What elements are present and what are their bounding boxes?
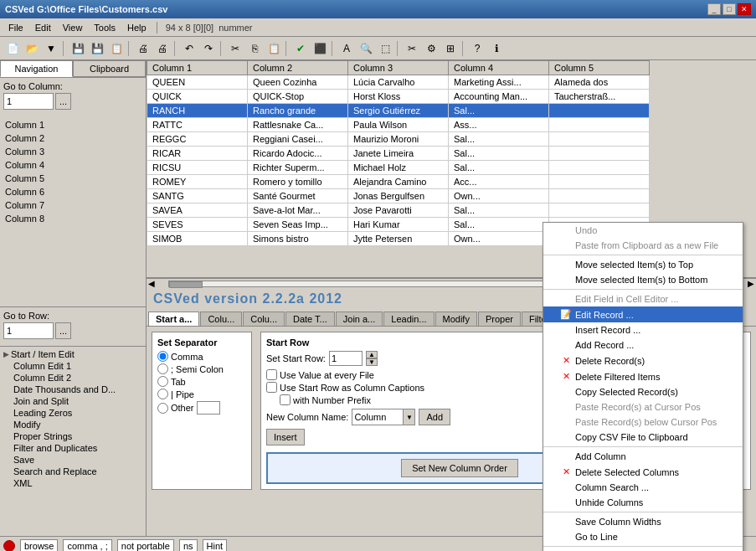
- insert-btn[interactable]: Insert: [266, 429, 305, 445]
- col-header-1[interactable]: Column 1: [147, 61, 248, 75]
- tree-item-start[interactable]: ▶ Start / Item Edit: [2, 348, 144, 360]
- ctx-copy-records[interactable]: Copy Selected Record(s): [543, 384, 743, 399]
- tb-cut2[interactable]: ✂: [403, 39, 421, 58]
- radio-tab-input[interactable]: [157, 376, 168, 387]
- add-btn[interactable]: Add: [419, 409, 450, 425]
- spin-down[interactable]: ▼: [366, 358, 378, 366]
- tab-proper[interactable]: Proper: [478, 312, 521, 326]
- col-header-4[interactable]: Column 4: [449, 61, 549, 75]
- column-list-item[interactable]: Column 1: [2, 118, 144, 131]
- radio-semicolon-input[interactable]: [157, 363, 168, 374]
- tb-info[interactable]: ℹ: [487, 39, 506, 58]
- goto-row-input[interactable]: [3, 322, 54, 339]
- radio-other-input[interactable]: [157, 403, 168, 414]
- minimize-button[interactable]: _: [707, 3, 721, 15]
- column-list-item[interactable]: Column 7: [2, 198, 144, 212]
- menu-tools[interactable]: Tools: [89, 21, 121, 34]
- column-list-item[interactable]: Column 4: [2, 158, 144, 172]
- close-button[interactable]: ✕: [738, 3, 751, 15]
- start-row-input[interactable]: [329, 351, 363, 366]
- menu-edit[interactable]: Edit: [30, 21, 56, 34]
- table-row[interactable]: RICSURichter Superm...Michael HolzSal...: [147, 161, 650, 175]
- tb-save2[interactable]: 💾: [88, 39, 106, 58]
- tb-save[interactable]: 💾: [69, 39, 87, 58]
- goto-column-btn[interactable]: ...: [55, 93, 71, 110]
- ctx-move-bottom[interactable]: Move selected Item(s) to Bottom: [543, 272, 743, 287]
- tb-paste[interactable]: 📋: [265, 39, 283, 58]
- goto-column-input[interactable]: [3, 93, 54, 110]
- ctx-add-record[interactable]: Add Record ...: [543, 337, 743, 353]
- radio-pipe-input[interactable]: [157, 389, 168, 399]
- table-row[interactable]: ROMEYRomero y tomilloAlejandra CaminoAcc…: [147, 175, 650, 189]
- column-list-item[interactable]: Column 2: [2, 131, 144, 145]
- ctx-delete-columns[interactable]: ✕ Delete Selected Columns: [543, 464, 743, 480]
- ctx-move-top[interactable]: Move selected Item(s) to Top: [543, 257, 743, 272]
- menu-file[interactable]: File: [3, 21, 28, 34]
- tab-start[interactable]: Start a...: [148, 312, 199, 326]
- col-header-2[interactable]: Column 2: [248, 61, 348, 75]
- goto-row-btn[interactable]: ...: [55, 322, 71, 339]
- tab-leading[interactable]: Leadin...: [383, 312, 434, 326]
- ctx-edit-field[interactable]: Edit Field in Cell Editor ...: [543, 291, 743, 306]
- tab-navigation[interactable]: Navigation: [0, 60, 73, 77]
- tree-item-col2[interactable]: Column Edit 2: [2, 372, 144, 384]
- spin-up[interactable]: ▲: [366, 351, 378, 358]
- tb-new[interactable]: 📄: [3, 39, 22, 58]
- ctx-copy-csv[interactable]: Copy CSV File to Clipboard: [543, 430, 743, 445]
- column-list-item[interactable]: Column 5: [2, 172, 144, 185]
- scroll-left-btn[interactable]: ◀: [147, 279, 157, 288]
- tb-print2[interactable]: 🖨: [153, 39, 172, 58]
- tb-font[interactable]: A: [337, 39, 356, 58]
- table-row[interactable]: RANCHRancho grandeSergio GutiérrezSal...: [147, 104, 650, 118]
- col-header-5[interactable]: Column 5: [549, 61, 650, 75]
- tab-join[interactable]: Join a...: [336, 312, 383, 326]
- tab-modify[interactable]: Modify: [435, 312, 477, 326]
- tb-check[interactable]: ✔: [291, 39, 310, 58]
- other-char-input[interactable]: [197, 401, 220, 415]
- ctx-goto-line[interactable]: Go to Line: [543, 529, 743, 544]
- column-list-item[interactable]: Column 6: [2, 185, 144, 198]
- ctx-delete-record[interactable]: ✕ Delete Record(s): [543, 353, 743, 368]
- check-every-file-input[interactable]: [266, 369, 277, 380]
- ctx-edit-record[interactable]: 📝 Edit Record ...: [543, 306, 743, 322]
- tb-grid[interactable]: ⊞: [441, 39, 460, 58]
- tab-col2[interactable]: Colu...: [243, 312, 285, 326]
- tb-redo[interactable]: ↷: [199, 39, 218, 58]
- ctx-paste-below[interactable]: Paste Record(s) below Cursor Pos: [543, 415, 743, 430]
- tb-dropdown[interactable]: ▼: [42, 39, 60, 58]
- scroll-thumb[interactable]: [169, 281, 203, 288]
- column-list-item[interactable]: Column 3: [2, 145, 144, 158]
- ctx-delete-filtered[interactable]: ✕ Delete Filtered Items: [543, 368, 743, 384]
- maximize-button[interactable]: □: [723, 3, 736, 15]
- table-row[interactable]: QUICKQUICK-StopHorst KlossAccounting Man…: [147, 90, 650, 104]
- tb-copy[interactable]: 📋: [107, 39, 126, 58]
- tb-open[interactable]: 📂: [23, 39, 41, 58]
- ctx-paste-clipboard[interactable]: Paste from Clipboard as a new File: [543, 238, 743, 253]
- check-captions-input[interactable]: [266, 382, 277, 393]
- col-name-dropdown[interactable]: ▼: [403, 409, 414, 425]
- tb-cut[interactable]: ✂: [226, 39, 244, 58]
- tree-item-save[interactable]: Save: [2, 454, 144, 466]
- tb-undo[interactable]: ↶: [180, 39, 198, 58]
- ctx-undo[interactable]: Undo: [543, 223, 743, 238]
- scroll-right-btn[interactable]: ▶: [746, 279, 756, 288]
- tb-stop[interactable]: ⬛: [311, 39, 329, 58]
- table-row[interactable]: RICARRicardo Adocic...Janete LimeiraSal.…: [147, 147, 650, 161]
- tb-search[interactable]: 🔍: [357, 39, 375, 58]
- tree-item-xml[interactable]: XML: [2, 477, 144, 489]
- tree-item-modify[interactable]: Modify: [2, 419, 144, 430]
- tb-settings[interactable]: ⚙: [422, 39, 440, 58]
- table-row[interactable]: RATTCRattlesnake Ca...Paula WilsonAss...: [147, 118, 650, 132]
- menu-help[interactable]: Help: [122, 21, 152, 34]
- col-header-3[interactable]: Column 3: [348, 61, 449, 75]
- set-order-btn[interactable]: Set New Column Order: [401, 459, 518, 477]
- tab-clipboard[interactable]: Clipboard: [73, 60, 146, 77]
- tb-copy2[interactable]: ⎘: [245, 39, 264, 58]
- tb-help[interactable]: ?: [468, 39, 486, 58]
- col-name-input[interactable]: [352, 409, 403, 425]
- table-row[interactable]: REGGCReggiani Casei...Maurizio MoroniSal…: [147, 132, 650, 147]
- ctx-paste-cursor[interactable]: Paste Record(s) at Cursor Pos: [543, 399, 743, 415]
- table-row[interactable]: SAVEASave-a-lot Mar...Jose PavarottiSal.…: [147, 203, 650, 218]
- tree-item-proper[interactable]: Proper Strings: [2, 430, 144, 442]
- tree-item-leading[interactable]: Leading Zeros: [2, 407, 144, 419]
